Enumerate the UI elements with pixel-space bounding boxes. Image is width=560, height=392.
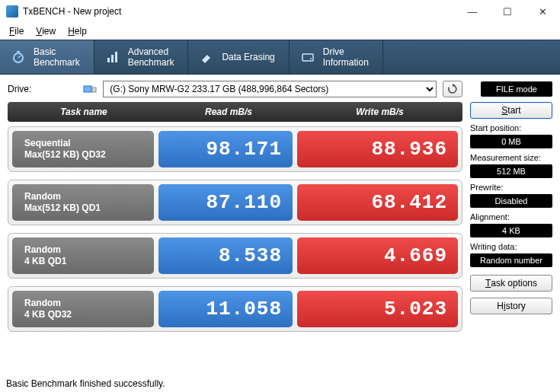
tab-drive-information[interactable]: DriveInformation [290,40,383,74]
writing-data-label: Writing data: [470,242,552,251]
read-value: 87.110 [158,184,293,221]
prewrite-value[interactable]: Disabled [470,194,552,208]
svg-rect-8 [84,86,91,92]
col-task: Task name [8,107,160,117]
read-value: 8.538 [158,237,293,274]
write-value: 88.936 [297,131,458,167]
task-name[interactable]: Random4 KB QD32 [12,291,154,327]
stopwatch-icon [11,49,26,65]
history-button[interactable]: History [470,298,552,314]
start-position-value[interactable]: 0 MB [470,135,552,148]
alignment-value[interactable]: 4 KB [470,224,552,237]
svg-point-7 [310,58,312,59]
tab-label: Basic [34,46,56,57]
tab-label: Benchmark [128,57,174,68]
watermark: 知乎 @黑白数码工厂 [453,373,546,386]
read-value: 11.058 [158,291,293,327]
menu-view[interactable]: View [30,24,62,38]
reload-icon [447,84,458,94]
svg-rect-4 [111,55,114,62]
status-bar: Basic Benchmark finished successfully. [6,378,165,389]
bars-icon [105,49,120,65]
bench-row: SequentialMax(512 KB) QD32 98.171 88.936 [8,126,462,172]
start-button[interactable]: Start [470,102,552,119]
write-value: 5.023 [297,291,458,327]
app-icon [6,5,18,18]
svg-rect-1 [17,51,20,53]
bench-row: RandomMax(512 KB) QD1 87.110 68.412 [8,180,462,225]
measurement-size-value[interactable]: 512 MB [470,164,552,178]
start-position-label: Start position: [470,123,552,132]
tab-label: Data Erasing [222,52,274,62]
svg-rect-9 [92,88,96,92]
write-value: 68.412 [297,184,458,221]
col-read: Read mB/s [160,107,297,117]
drive-label: Drive: [8,84,31,94]
drive-icon-small [83,84,97,94]
tab-label: Benchmark [34,57,80,68]
task-name[interactable]: SequentialMax(512 KB) QD32 [12,131,154,167]
task-options-button[interactable]: Task options [470,275,552,292]
task-name[interactable]: Random4 KB QD1 [12,237,154,274]
tab-advanced-benchmark[interactable]: AdvancedBenchmark [94,40,189,74]
results-header: Task name Read mB/s Write mB/s [8,102,462,122]
file-mode-indicator: FILE mode [481,81,552,97]
svg-line-2 [18,56,21,58]
menu-help[interactable]: Help [62,24,93,38]
tab-data-erasing[interactable]: Data Erasing [188,40,289,74]
col-write: Write mB/s [297,107,462,117]
window-title: TxBENCH - New project [23,6,121,17]
read-value: 98.171 [158,131,293,167]
bench-row: Random4 KB QD32 11.058 5.023 [8,286,462,332]
drive-select[interactable]: (G:) Sony MRW-G2 233.17 GB (488,996,864 … [103,81,437,97]
svg-rect-3 [107,58,110,62]
close-button[interactable]: ✕ [525,0,560,23]
svg-rect-5 [115,52,117,62]
measurement-size-label: Measurement size: [470,153,552,162]
alignment-label: Alignment: [470,212,552,221]
menu-file[interactable]: File [3,24,30,38]
tab-label: Advanced [128,46,168,57]
drive-icon [300,49,315,65]
bench-row: Random4 KB QD1 8.538 4.669 [8,233,462,279]
prewrite-label: Prewrite: [470,183,552,192]
reload-button[interactable] [443,81,462,97]
minimize-button[interactable]: — [455,0,490,23]
maximize-button[interactable]: ☐ [490,0,525,23]
writing-data-value[interactable]: Random number [470,253,552,267]
erase-icon [199,49,214,65]
tab-label: Information [323,57,369,68]
svg-rect-6 [302,54,313,61]
tab-label: Drive [323,46,344,57]
task-name[interactable]: RandomMax(512 KB) QD1 [12,184,154,221]
write-value: 4.669 [297,237,458,274]
tab-basic-benchmark[interactable]: BasicBenchmark [0,40,94,74]
